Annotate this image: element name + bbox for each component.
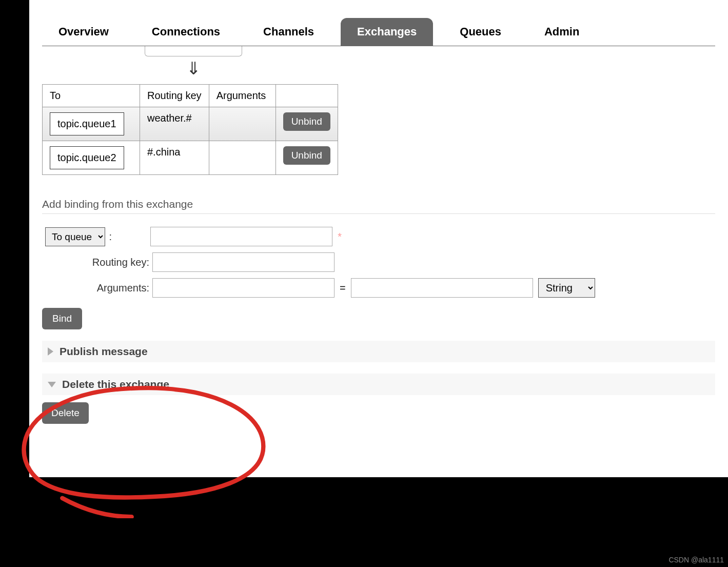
routing-key-label: Routing key: bbox=[42, 257, 152, 268]
argument-key-input[interactable] bbox=[152, 278, 335, 298]
arguments-cell bbox=[209, 141, 276, 175]
table-row: topic.queue1 weather.# Unbind bbox=[43, 107, 338, 141]
argument-type-select[interactable]: String bbox=[538, 278, 595, 298]
tab-overview[interactable]: Overview bbox=[42, 18, 125, 46]
colon-label: : bbox=[108, 231, 114, 242]
delete-exchange-label: Delete this exchange bbox=[62, 378, 169, 390]
publish-message-label: Publish message bbox=[60, 345, 148, 358]
form-row-destination: To queue : * bbox=[42, 227, 715, 246]
arguments-cell bbox=[209, 107, 276, 141]
add-binding-form: To queue : * Routing key: Arguments: = S… bbox=[42, 227, 715, 329]
source-exchange-box bbox=[145, 46, 242, 56]
routing-key-cell: weather.# bbox=[140, 107, 209, 141]
delete-exchange-section[interactable]: Delete this exchange bbox=[42, 374, 715, 395]
argument-value-input[interactable] bbox=[351, 278, 533, 298]
arrow-down-icon: ⇓ bbox=[145, 56, 242, 84]
arguments-label: Arguments: bbox=[42, 282, 152, 294]
table-header-row: To Routing key Arguments bbox=[43, 85, 338, 107]
chevron-down-icon bbox=[48, 382, 56, 387]
col-action bbox=[276, 85, 338, 107]
required-marker: * bbox=[332, 231, 342, 243]
app-frame: Overview Connections Channels Exchanges … bbox=[29, 0, 728, 477]
form-row-arguments: Arguments: = String bbox=[42, 278, 715, 298]
delete-button[interactable]: Delete bbox=[42, 402, 89, 424]
publish-message-section[interactable]: Publish message bbox=[42, 341, 715, 362]
bind-button[interactable]: Bind bbox=[42, 308, 82, 329]
form-row-routing-key: Routing key: bbox=[42, 252, 715, 272]
chevron-right-icon bbox=[48, 347, 53, 356]
queue-link[interactable]: topic.queue1 bbox=[50, 112, 124, 135]
bindings-table: To Routing key Arguments topic.queue1 we… bbox=[42, 84, 338, 175]
tab-bar: Overview Connections Channels Exchanges … bbox=[42, 0, 715, 46]
content-area: ⇓ To Routing key Arguments topic.queue1 … bbox=[29, 46, 728, 432]
tab-queues[interactable]: Queues bbox=[443, 18, 518, 46]
queue-link[interactable]: topic.queue2 bbox=[50, 146, 124, 169]
add-binding-title: Add binding from this exchange bbox=[42, 198, 715, 214]
tab-admin[interactable]: Admin bbox=[528, 18, 596, 46]
col-routing-key: Routing key bbox=[140, 85, 209, 107]
tab-exchanges[interactable]: Exchanges bbox=[341, 18, 433, 46]
col-to: To bbox=[43, 85, 140, 107]
col-arguments: Arguments bbox=[209, 85, 276, 107]
destination-type-select[interactable]: To queue bbox=[45, 227, 105, 246]
routing-key-cell: #.china bbox=[140, 141, 209, 175]
unbind-button[interactable]: Unbind bbox=[283, 146, 330, 165]
routing-key-input[interactable] bbox=[152, 252, 335, 272]
equals-label: = bbox=[335, 282, 351, 294]
unbind-button[interactable]: Unbind bbox=[283, 112, 330, 131]
watermark: CSDN @ala1111 bbox=[668, 556, 724, 564]
tab-connections[interactable]: Connections bbox=[135, 18, 237, 46]
table-row: topic.queue2 #.china Unbind bbox=[43, 141, 338, 175]
destination-name-input[interactable] bbox=[150, 227, 332, 246]
tab-channels[interactable]: Channels bbox=[247, 18, 330, 46]
